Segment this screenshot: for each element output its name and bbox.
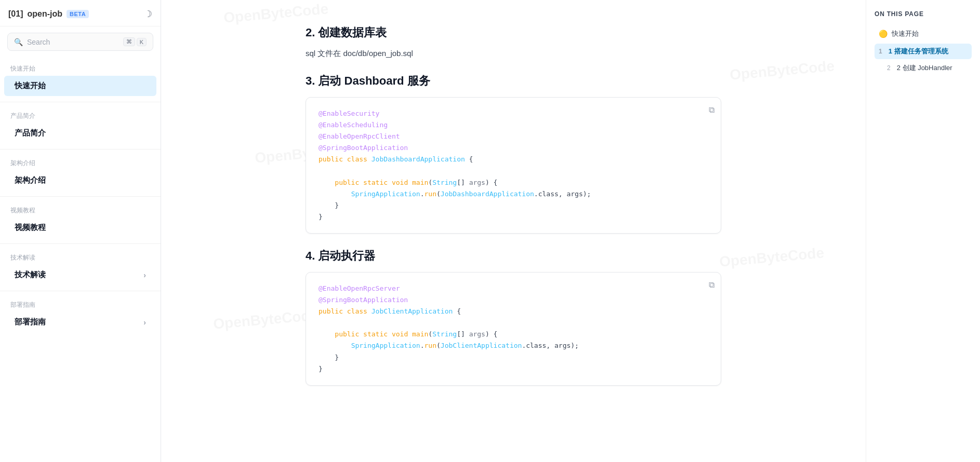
section-4-heading: 4. 启动执行器 — [306, 248, 721, 264]
nav-section-quick-start: 快速开始 快速开始 — [0, 57, 161, 100]
nav-section-label-video: 视频教程 — [0, 202, 161, 217]
sidebar-item-tech-read[interactable]: 技术解读 › — [4, 265, 156, 285]
kbd-cmd: ⌘ — [123, 37, 135, 46]
section-3-heading: 3. 启动 Dashboard 服务 — [306, 73, 721, 89]
on-this-page-title: ON THIS PAGE — [875, 10, 972, 18]
nav-section-label-arch: 架构介绍 — [0, 155, 161, 170]
code-keyword-void-1: void — [392, 179, 408, 186]
code-keyword-public-2: public — [335, 179, 359, 186]
logo-bracket: [01] — [8, 9, 23, 19]
sidebar-item-deploy-guide[interactable]: 部署指南 › — [4, 312, 156, 332]
code-class-client: JobClientApplication — [372, 307, 453, 315]
toc-item-build-system[interactable]: 1 1 搭建任务管理系统 — [875, 44, 972, 59]
toc-item-create-job-handler[interactable]: 2 2 创建 JobHandler — [875, 61, 972, 75]
right-sidebar: ON THIS PAGE 🟡 快速开始 1 1 搭建任务管理系统 2 2 创建 … — [866, 0, 980, 462]
code-param-args-2: args — [469, 330, 485, 338]
search-shortcuts: ⌘ K — [123, 37, 147, 46]
code-annotation-5: @EnableOpenRpcServer — [319, 284, 400, 292]
kbd-k: K — [137, 38, 147, 46]
chevron-right-icon-2: › — [143, 318, 146, 327]
nav-divider-3 — [0, 196, 161, 197]
code-annotation-1: @EnableSecurity — [319, 110, 379, 117]
sidebar-item-quick-start[interactable]: 快速开始 — [4, 76, 156, 96]
toc-label-quick-start: 快速开始 — [892, 29, 919, 38]
toc-label-build-system: 1 搭建任务管理系统 — [889, 47, 948, 56]
code-keyword-class-1: class — [347, 155, 367, 163]
nav-section-label-deploy: 部署指南 — [0, 296, 161, 311]
toc-label-create-job-handler: 2 创建 JobHandler — [897, 63, 952, 73]
code-keyword-void-2: void — [392, 330, 408, 338]
code-class-spring-2: SpringApplication — [351, 342, 420, 349]
code-block-client: ⧉ @EnableOpenRpcServer @SpringBootApplic… — [306, 272, 721, 386]
section-2-subtext: sql 文件在 doc/db/open_job.sql — [306, 49, 721, 59]
sidebar-header: [01] open-job BETA ☽ — [0, 0, 161, 26]
nav-section-deploy: 部署指南 部署指南 › — [0, 293, 161, 336]
code-class-string-1: String — [432, 179, 457, 186]
nav-section-label-tech: 技术解读 — [0, 249, 161, 264]
code-keyword-class-2: class — [347, 307, 367, 315]
sidebar-item-product-intro[interactable]: 产品简介 — [4, 123, 156, 143]
dark-mode-icon[interactable]: ☽ — [144, 8, 152, 20]
search-placeholder: Search — [27, 38, 119, 46]
code-keyword-static-1: static — [363, 179, 388, 186]
nav-section-label-quick-start: 快速开始 — [0, 60, 161, 75]
nav-section-label-product: 产品简介 — [0, 107, 161, 123]
code-param-args-1: args — [469, 179, 485, 186]
toc-icon-quick: 🟡 — [879, 30, 888, 38]
nav-section-video: 视频教程 视频教程 — [0, 199, 161, 241]
code-annotation-4: @SpringBootApplication — [319, 144, 408, 152]
watermark-4: OpenByteCode — [719, 244, 825, 270]
section-2-heading: 2. 创建数据库表 — [306, 25, 721, 40]
toc-number-1: 1 — [879, 48, 882, 55]
nav-divider-1 — [0, 102, 161, 102]
code-method-run-1: run — [425, 190, 436, 198]
code-class-client-2: JobClientApplication — [441, 342, 522, 349]
main-content: OpenByteCode OpenByteCode OpenByteCode O… — [161, 0, 866, 462]
left-sidebar: [01] open-job BETA ☽ 🔍 Search ⌘ K 快速开始 快… — [0, 0, 161, 462]
logo-name: open-job — [27, 9, 62, 19]
code-keyword-public-1: public — [319, 155, 343, 163]
code-method-main-2: main — [412, 330, 428, 338]
search-bar[interactable]: 🔍 Search ⌘ K — [7, 33, 153, 51]
watermark-5: OpenByteCode — [213, 307, 319, 333]
code-annotation-2: @EnableScheduling — [319, 121, 388, 129]
code-method-main-1: main — [412, 179, 428, 186]
beta-badge: BETA — [67, 10, 89, 18]
sidebar-item-video-tutorial[interactable]: 视频教程 — [4, 218, 156, 238]
nav-section-arch: 架构介绍 架构介绍 — [0, 152, 161, 194]
code-class-dashboard-2: JobDashboardApplication — [441, 190, 534, 198]
nav-section-product-intro: 产品简介 产品简介 — [0, 104, 161, 147]
search-icon: 🔍 — [14, 38, 23, 46]
code-class-dashboard: JobDashboardApplication — [372, 155, 465, 163]
code-keyword-public-3: public — [319, 307, 343, 315]
code-class-spring-1: SpringApplication — [351, 190, 420, 198]
code-annotation-3: @EnableOpenRpcClient — [319, 132, 400, 140]
nav-divider-5 — [0, 291, 161, 291]
copy-icon-1[interactable]: ⧉ — [709, 104, 714, 118]
code-class-string-2: String — [432, 330, 457, 338]
code-keyword-static-2: static — [363, 330, 388, 338]
sidebar-item-arch-intro[interactable]: 架构介绍 — [4, 170, 156, 191]
nav-divider-2 — [0, 149, 161, 150]
nav-section-tech: 技术解读 技术解读 › — [0, 246, 161, 289]
watermark-2: OpenByteCode — [729, 58, 835, 84]
copy-icon-2[interactable]: ⧉ — [709, 279, 714, 293]
content-body: 2. 创建数据库表 sql 文件在 doc/db/open_job.sql 3.… — [306, 0, 721, 419]
toc-item-quick-start[interactable]: 🟡 快速开始 — [875, 26, 972, 42]
toc-number-2: 2 — [887, 64, 891, 72]
code-block-dashboard: ⧉ @EnableSecurity @EnableScheduling @Ena… — [306, 97, 721, 234]
nav-divider-4 — [0, 243, 161, 244]
chevron-right-icon: › — [143, 271, 146, 279]
code-annotation-6: @SpringBootApplication — [319, 296, 408, 304]
code-method-run-2: run — [425, 342, 436, 349]
code-keyword-public-4: public — [335, 330, 359, 338]
